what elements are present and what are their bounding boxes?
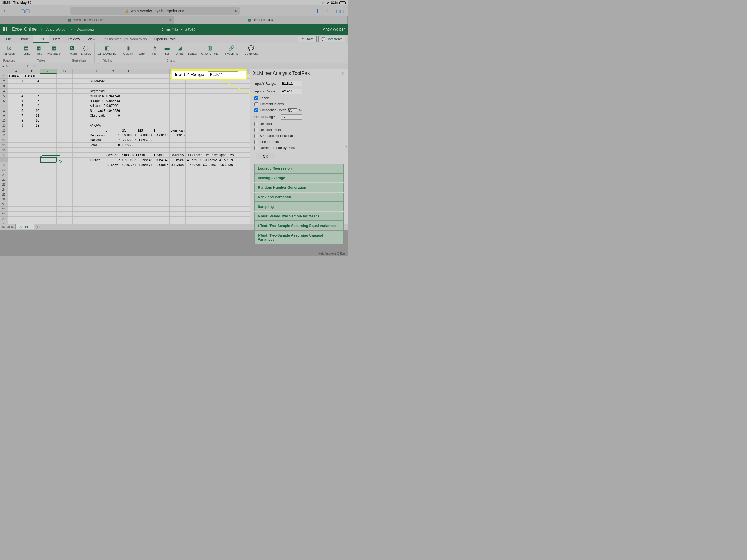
constant-zero-checkbox[interactable] xyxy=(254,102,258,106)
cell[interactable] xyxy=(218,118,234,123)
scroll-left-icon[interactable]: ◀ xyxy=(7,225,9,229)
cell[interactable] xyxy=(89,182,105,187)
row-header[interactable]: 7 xyxy=(0,103,8,108)
cell[interactable]: 0.941548 xyxy=(105,94,121,98)
cell[interactable] xyxy=(89,212,105,217)
cell[interactable]: Regression Statistics xyxy=(89,88,105,94)
cell[interactable]: Standard E xyxy=(89,108,105,113)
cell[interactable] xyxy=(41,148,57,153)
tool-random-number-generation[interactable]: Random Number Generation xyxy=(254,183,344,192)
cell[interactable] xyxy=(153,98,170,103)
cell[interactable] xyxy=(41,103,57,108)
cell[interactable] xyxy=(73,177,89,182)
cell[interactable] xyxy=(57,197,73,202)
cell[interactable] xyxy=(57,222,73,224)
cell[interactable] xyxy=(186,98,202,103)
cell[interactable] xyxy=(121,167,137,172)
cell[interactable]: 10 xyxy=(24,108,41,113)
cell[interactable] xyxy=(186,88,202,94)
reload-icon[interactable]: ↻ xyxy=(234,9,238,13)
cell[interactable] xyxy=(41,113,57,118)
cell[interactable]: 6 xyxy=(24,88,41,94)
cell[interactable]: df xyxy=(105,128,121,133)
cell[interactable] xyxy=(234,148,250,153)
cell[interactable] xyxy=(137,113,153,118)
cell[interactable] xyxy=(234,187,250,192)
cell[interactable] xyxy=(234,94,250,98)
cell[interactable] xyxy=(153,202,170,207)
cell[interactable]: Multiple R xyxy=(89,94,105,98)
cell[interactable]: 4 xyxy=(8,98,24,103)
cell[interactable] xyxy=(234,202,250,207)
cell[interactable] xyxy=(8,153,24,157)
row-header[interactable]: 10 xyxy=(0,118,8,123)
cell[interactable] xyxy=(24,133,41,138)
fx-icon[interactable]: fx xyxy=(30,64,38,68)
ribbon-scatter[interactable]: ∴Scatter xyxy=(186,44,199,59)
cell[interactable]: ANOVA xyxy=(89,123,105,128)
cell[interactable] xyxy=(137,187,153,192)
cell[interactable] xyxy=(170,143,186,148)
cell[interactable] xyxy=(105,222,121,224)
ribbon-comment[interactable]: 💬Comment xyxy=(243,44,259,62)
cell[interactable] xyxy=(234,138,250,143)
row-header[interactable]: 8 xyxy=(0,108,8,113)
cell[interactable] xyxy=(105,167,121,172)
cell[interactable] xyxy=(202,133,218,138)
ribbon-pivottable[interactable]: ▦PivotTable xyxy=(45,44,62,59)
cell[interactable] xyxy=(137,222,153,224)
cell[interactable] xyxy=(170,197,186,202)
cell[interactable] xyxy=(8,143,24,148)
cell[interactable] xyxy=(89,128,105,133)
cell[interactable] xyxy=(137,79,153,84)
cell[interactable]: 6 xyxy=(8,108,24,113)
cell[interactable] xyxy=(57,113,73,118)
cell[interactable] xyxy=(218,94,234,98)
cell[interactable] xyxy=(202,138,218,143)
cell[interactable] xyxy=(170,172,186,177)
confidence-input[interactable] xyxy=(288,108,297,112)
cell[interactable]: Standard E xyxy=(121,153,137,157)
cell[interactable] xyxy=(41,138,57,143)
cell[interactable] xyxy=(24,157,41,162)
cell[interactable] xyxy=(218,143,234,148)
cell[interactable] xyxy=(73,192,89,197)
cell[interactable] xyxy=(234,153,250,157)
cell[interactable] xyxy=(137,177,153,182)
cell[interactable] xyxy=(218,167,234,172)
row-header[interactable]: 23 xyxy=(0,182,8,187)
col-header-F[interactable]: F xyxy=(89,69,105,74)
doc-name[interactable]: DemoFile xyxy=(160,27,178,32)
share-button[interactable]: ↗Share xyxy=(298,36,317,42)
cell[interactable] xyxy=(24,217,41,222)
cell[interactable] xyxy=(170,98,186,103)
cell[interactable] xyxy=(121,123,137,128)
cell[interactable] xyxy=(41,187,57,192)
cell[interactable]: P-value xyxy=(153,153,170,157)
cell[interactable] xyxy=(121,182,137,187)
cell[interactable] xyxy=(153,207,170,212)
cell[interactable] xyxy=(153,79,170,84)
cell[interactable] xyxy=(202,177,218,182)
cell[interactable] xyxy=(153,192,170,197)
tab-home[interactable]: Home xyxy=(16,35,33,43)
cell[interactable] xyxy=(153,74,170,79)
cell[interactable] xyxy=(186,108,202,113)
cell[interactable] xyxy=(218,177,234,182)
cell[interactable] xyxy=(137,74,153,79)
cell[interactable]: 0.870301 xyxy=(105,103,121,108)
cell[interactable]: 1 xyxy=(89,162,105,167)
cell[interactable] xyxy=(202,167,218,172)
row-header[interactable]: 28 xyxy=(0,207,8,212)
cell[interactable] xyxy=(234,182,250,187)
cell[interactable] xyxy=(202,108,218,113)
cell[interactable]: 1.539736 xyxy=(218,162,234,167)
ribbon-bar[interactable]: ▬Bar xyxy=(161,44,173,59)
cell[interactable]: 0.157771 xyxy=(121,162,137,167)
cell[interactable] xyxy=(8,192,24,197)
cell[interactable]: Significance F xyxy=(170,128,186,133)
cell[interactable]: t Stat xyxy=(137,153,153,157)
ribbon-area[interactable]: ◢Area xyxy=(174,44,186,59)
cell[interactable] xyxy=(57,123,73,128)
cell[interactable] xyxy=(137,103,153,108)
